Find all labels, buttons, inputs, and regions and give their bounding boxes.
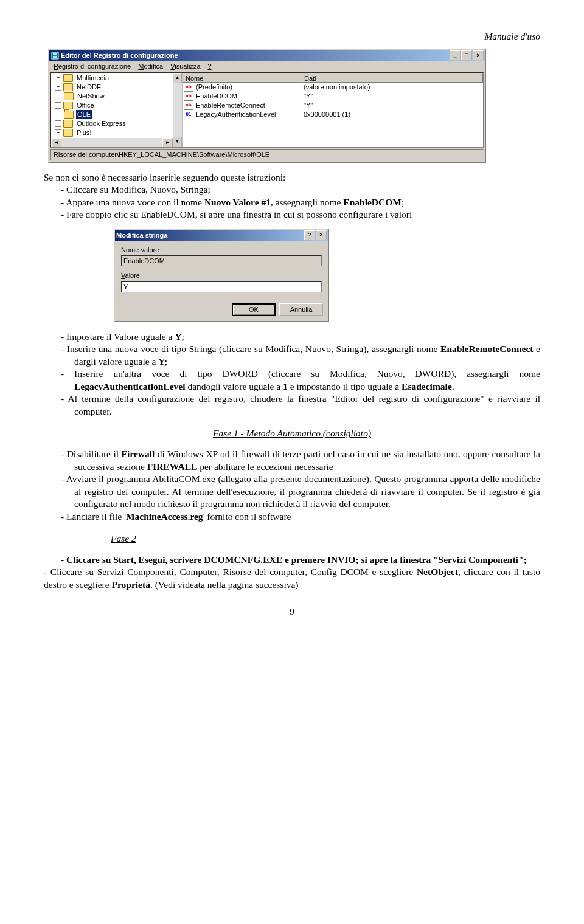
list-row[interactable]: abEnableDCOM"Y": [182, 92, 483, 101]
list-row[interactable]: ab(Predefinito)(valore non impostato): [182, 83, 483, 92]
folder-icon: [63, 74, 73, 82]
app-icon: [50, 51, 59, 60]
scroll-right-button[interactable]: ►: [162, 138, 173, 147]
svg-rect-0: [52, 52, 58, 59]
phase1-heading: Fase 1 - Metodo Automatico (consigliato): [44, 427, 540, 440]
list-row[interactable]: 01LegacyAuthenticationLevel0x00000001 (1…: [182, 110, 483, 119]
tree-item: NetShow: [51, 92, 182, 101]
string-value-icon: ab: [184, 82, 193, 92]
menu-help[interactable]: ?: [205, 61, 216, 72]
phase1-list: - Disabilitare il Firewall di Windows XP…: [44, 448, 540, 523]
phase2-para: - Cliccare su Servizi Componenti, Comput…: [44, 566, 540, 591]
regedit-titlebar[interactable]: Editor del Registro di configurazione _ …: [49, 50, 485, 61]
close-button[interactable]: ×: [316, 230, 327, 240]
svg-rect-3: [53, 56, 57, 58]
svg-rect-1: [53, 53, 55, 55]
menubar: RRegistro di configurazioneegistro di co…: [49, 61, 485, 72]
tree-pane[interactable]: +Multimedia +NetDDE NetShow +Office OLE …: [51, 73, 182, 147]
folder-icon: [63, 83, 73, 91]
values-list[interactable]: Nome Dati ab(Predefinito)(valore non imp…: [182, 73, 483, 147]
folder-icon: [63, 120, 73, 128]
name-label: Nome valore:: [121, 246, 322, 255]
expand-icon[interactable]: +: [55, 120, 61, 127]
statusbar: Risorse del computer\HKEY_LOCAL_MACHINE\…: [50, 149, 484, 160]
regedit-title: Editor del Registro di configurazione: [61, 51, 178, 60]
dialog-titlebar[interactable]: Modifica stringa ? ×: [115, 230, 328, 241]
scroll-down-button[interactable]: ▼: [173, 137, 182, 147]
page-header: Manuale d'uso: [44, 30, 540, 43]
tree-item: +Outlook Express: [51, 119, 182, 128]
col-data-header[interactable]: Dati: [301, 73, 483, 83]
phase2-list: - Cliccare su Start, Esegui, scrivere DC…: [44, 554, 540, 566]
folder-open-icon: [64, 111, 74, 119]
phase2-heading: Fase 2: [44, 533, 540, 545]
dialog-title: Modifica stringa: [116, 231, 167, 240]
list-row[interactable]: abEnableRemoteConnect"Y": [182, 101, 483, 110]
close-button[interactable]: ×: [473, 50, 484, 60]
ok-button[interactable]: OK: [232, 303, 276, 316]
expand-icon[interactable]: +: [55, 102, 61, 109]
tree-item: +Office: [51, 101, 182, 110]
menu-view[interactable]: Visualizza: [167, 61, 204, 72]
minimize-button[interactable]: _: [450, 50, 461, 60]
scrollbar-h-track[interactable]: [61, 138, 162, 147]
instruction-list-1: - Cliccare su Modifica, Nuovo, Stringa; …: [44, 184, 540, 221]
value-label: Valore:: [121, 271, 322, 280]
maximize-button[interactable]: □: [461, 50, 472, 60]
string-value-icon: ab: [184, 100, 193, 110]
svg-rect-2: [55, 53, 57, 55]
folder-icon: [63, 102, 73, 109]
help-button[interactable]: ?: [304, 230, 315, 240]
folder-icon: [63, 129, 73, 137]
tree-item: +NetDDE: [51, 83, 182, 92]
modify-string-dialog: Modifica stringa ? × Nome valore: Valore…: [114, 229, 329, 322]
regedit-window: Editor del Registro di configurazione _ …: [48, 49, 486, 163]
expand-icon[interactable]: +: [55, 75, 61, 81]
col-name-header[interactable]: Nome: [182, 73, 301, 83]
page-number: 9: [44, 605, 540, 618]
tree-item: +Multimedia: [51, 74, 182, 83]
menu-edit[interactable]: Modifica: [135, 61, 167, 72]
instruction-list-2: - Impostare il Valore uguale a Y; - Inse…: [44, 331, 540, 418]
expand-icon[interactable]: +: [55, 84, 61, 91]
tree-item: OLE: [51, 110, 182, 119]
cancel-button[interactable]: Annulla: [279, 303, 323, 316]
scroll-left-button[interactable]: ◄: [51, 138, 61, 147]
dword-value-icon: 01: [184, 109, 193, 119]
string-value-icon: ab: [184, 91, 193, 101]
value-name-input: [121, 255, 322, 266]
scrollbar-track[interactable]: [173, 83, 182, 137]
intro-text: Se non ci sono è necessario inserirle se…: [44, 171, 540, 184]
value-data-input[interactable]: [121, 281, 322, 292]
menu-registry[interactable]: RRegistro di configurazioneegistro di co…: [50, 61, 135, 72]
tree-item: +Plus!: [51, 128, 182, 137]
expand-icon[interactable]: +: [55, 129, 61, 136]
folder-icon: [64, 92, 74, 100]
scroll-up-button[interactable]: ▲: [173, 73, 182, 83]
